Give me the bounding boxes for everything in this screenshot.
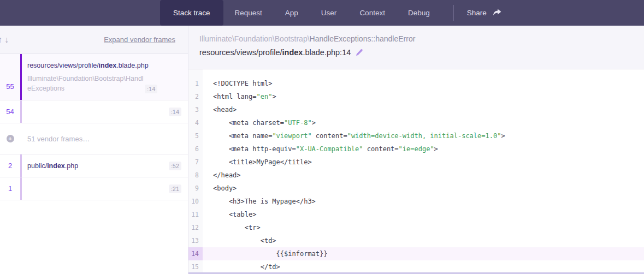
- frame-body: resources/views/profile/index.blade.phpI…: [22, 54, 188, 100]
- frame-body: :14: [22, 100, 188, 123]
- code-line-9: 9<body>: [188, 182, 644, 195]
- plus-icon[interactable]: +: [7, 135, 14, 142]
- tab-app[interactable]: App: [274, 0, 310, 26]
- edit-file-button[interactable]: [355, 49, 363, 57]
- file-line-number: :14: [340, 48, 351, 57]
- frame-file-path: resources/views/profile/index.blade.php: [27, 61, 181, 70]
- frame-number: 55: [0, 54, 20, 100]
- code-text: </head>: [203, 169, 644, 182]
- frame-body: public/index.php:52: [22, 154, 188, 177]
- code-viewer-panel: Illuminate\Foundation\Bootstrap\HandleEx…: [188, 26, 644, 274]
- frames-list: 55resources/views/profile/index.blade.ph…: [0, 54, 188, 274]
- exception-handler-path: Illuminate\Foundation\Bootstrap\HandleEx…: [199, 34, 644, 43]
- line-number: 8: [188, 169, 203, 182]
- code-text: <meta name="viewport" content="width=dev…: [203, 129, 644, 142]
- frame-class-name: Illuminate\Foundation\Bootstrap\HandleEx…: [27, 74, 145, 93]
- line-number: 2: [188, 90, 203, 103]
- line-number: 11: [188, 208, 203, 221]
- code-line-3: 3<head>: [188, 103, 644, 116]
- frame-body: :21: [22, 177, 188, 200]
- line-number: 5: [188, 129, 203, 142]
- expand-group-cell: +: [0, 135, 20, 142]
- code-line-6: 6 <meta http-equiv="X-UA-Compatible" con…: [188, 142, 644, 156]
- tab-user[interactable]: User: [310, 0, 348, 26]
- code-line-14: 14 {{$informat}}: [188, 247, 644, 260]
- share-label: Share: [467, 9, 487, 17]
- code-text: <meta http-equiv="X-UA-Compatible" conte…: [203, 142, 644, 156]
- exception-class-prefix: Illuminate\Foundation\Bootstrap\: [199, 34, 310, 43]
- vendor-frames-group[interactable]: +51 vendor frames…: [0, 123, 188, 154]
- code-snippet: 1<!DOCTYPE html>2<html lang="en">3<head>…: [188, 69, 644, 274]
- share-button[interactable]: Share: [456, 0, 512, 26]
- code-text: <html lang="en">: [203, 90, 644, 103]
- frame-body: 51 vendor frames…: [22, 135, 188, 143]
- code-text: {{$informat}}: [203, 247, 644, 260]
- main-area: ↑ ↓ Expand vendor frames 55resources/vie…: [0, 26, 644, 274]
- vendor-frames-label: 51 vendor frames…: [27, 135, 90, 143]
- line-number: 12: [188, 221, 203, 234]
- frame-number: 54: [0, 100, 20, 123]
- line-number: 10: [188, 195, 203, 208]
- code-line-11: 11 <table>: [188, 208, 644, 221]
- code-line-13: 13 <td>: [188, 234, 644, 247]
- frame-line-badge: :14: [169, 108, 181, 116]
- line-number: 4: [188, 116, 203, 129]
- code-line-1: 1<!DOCTYPE html>: [188, 77, 644, 90]
- frame-line-badge: :14: [145, 85, 157, 93]
- code-viewer-header: Illuminate\Foundation\Bootstrap\HandleEx…: [188, 26, 644, 69]
- code-line-5: 5 <meta name="viewport" content="width=d…: [188, 129, 644, 142]
- code-text: <!DOCTYPE html>: [203, 77, 644, 90]
- code-line-15: 15 </td>: [188, 260, 644, 273]
- frame-file-path: public/index.php: [27, 162, 169, 170]
- frame-nav-arrows: ↑ ↓: [0, 35, 10, 45]
- next-frame-arrow-icon[interactable]: ↓: [3, 35, 10, 45]
- code-line-10: 10 <h3>The is Mypage</h3>: [188, 195, 644, 208]
- code-line-7: 7 <title>MyPage</title>: [188, 156, 644, 169]
- nav-tabs: Stack traceRequestAppUserContextDebug: [160, 0, 441, 26]
- code-text: </td>: [203, 260, 644, 273]
- line-number: 9: [188, 182, 203, 195]
- line-number: 3: [188, 103, 203, 116]
- tab-context[interactable]: Context: [348, 0, 397, 26]
- stack-frame-54[interactable]: 54:14: [0, 100, 188, 123]
- line-number: 6: [188, 142, 203, 156]
- code-text: <body>: [203, 182, 644, 195]
- nav-divider: [453, 5, 454, 21]
- stack-frame-2[interactable]: 2public/index.php:52: [0, 154, 188, 177]
- code-line-2: 2<html lang="en">: [188, 90, 644, 103]
- code-line-8: 8</head>: [188, 169, 644, 182]
- file-path-text: resources/views/profile/index.blade.php:…: [199, 48, 351, 57]
- current-file-path: resources/views/profile/index.blade.php:…: [199, 48, 644, 57]
- frame-line-badge: :52: [169, 162, 181, 170]
- line-number: 1: [188, 77, 203, 90]
- line-number: 7: [188, 156, 203, 169]
- code-text: <tr>: [203, 221, 644, 234]
- code-text: <table>: [203, 208, 644, 221]
- frame-number: 2: [0, 154, 20, 177]
- code-text: <h3>The is Mypage</h3>: [203, 195, 644, 208]
- tab-stack-trace[interactable]: Stack trace: [160, 0, 223, 26]
- tab-debug[interactable]: Debug: [397, 0, 441, 26]
- code-line-4: 4 <meta charset="UTF-8">: [188, 116, 644, 129]
- exception-class-method: HandleExceptions::handleError: [310, 34, 416, 43]
- line-number: 15: [188, 260, 203, 273]
- stack-frame-55[interactable]: 55resources/views/profile/index.blade.ph…: [0, 54, 188, 100]
- top-nav: Stack traceRequestAppUserContextDebug Sh…: [0, 0, 644, 26]
- frame-number: 1: [0, 177, 20, 200]
- tab-request[interactable]: Request: [223, 0, 274, 26]
- line-number: 14: [188, 247, 203, 260]
- stack-frame-1[interactable]: 1:21: [0, 177, 188, 200]
- code-text: <head>: [203, 103, 644, 116]
- code-text: <title>MyPage</title>: [203, 156, 644, 169]
- share-icon: [492, 9, 501, 17]
- code-line-12: 12 <tr>: [188, 221, 644, 234]
- code-text: <meta charset="UTF-8">: [203, 116, 644, 129]
- pencil-icon: [355, 49, 363, 57]
- stack-frames-sidebar: ↑ ↓ Expand vendor frames 55resources/vie…: [0, 26, 188, 274]
- expand-vendor-frames-link[interactable]: Expand vendor frames: [104, 35, 175, 44]
- line-number: 13: [188, 234, 203, 247]
- sidebar-header: ↑ ↓ Expand vendor frames: [0, 26, 188, 54]
- code-text: <td>: [203, 234, 644, 247]
- frame-line-badge: :21: [169, 184, 181, 193]
